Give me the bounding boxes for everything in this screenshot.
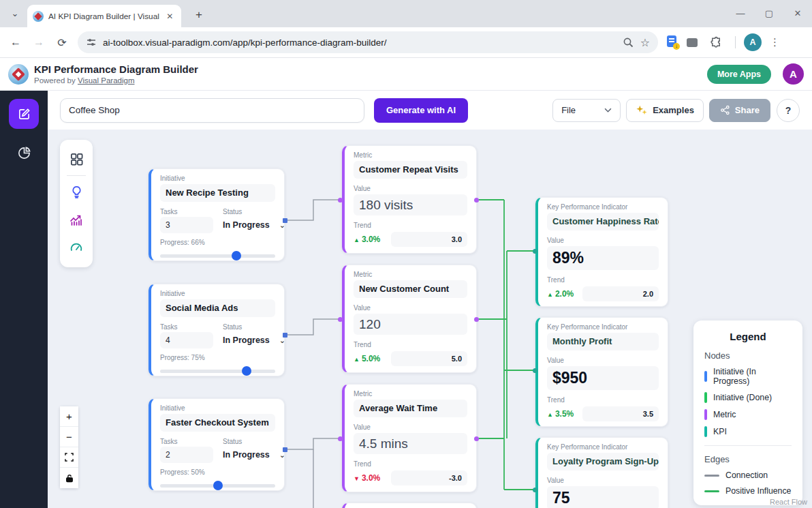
kpi-target-handle[interactable] — [533, 249, 537, 254]
kpi-value-field[interactable]: 89% — [547, 246, 659, 270]
browser-menu-icon[interactable]: ⋮ — [770, 36, 780, 48]
metric-name-field[interactable]: Average Wait Time — [354, 400, 467, 417]
close-button[interactable]: ✕ — [783, 0, 812, 27]
react-flow-attribution[interactable]: React Flow — [770, 498, 807, 506]
progress-slider[interactable] — [160, 366, 275, 376]
status-select[interactable]: In Progress ⌄ — [223, 217, 285, 233]
prompt-input[interactable] — [60, 98, 364, 123]
tasks-field[interactable]: 3 — [160, 217, 213, 233]
kpi-name-field[interactable]: Customer Happiness Rate — [547, 213, 659, 230]
diagram-canvas[interactable]: Initiative New Recipe Testing Tasks 3 St… — [48, 130, 812, 508]
share-icon — [720, 105, 730, 115]
share-button[interactable]: Share — [709, 99, 770, 122]
trend-value-field[interactable]: 3.5 — [582, 406, 659, 421]
trend-value-field[interactable]: -3.0 — [391, 470, 467, 485]
generate-with-ai-button[interactable]: Generate with AI — [374, 98, 468, 123]
extensions-puzzle-icon[interactable] — [710, 36, 723, 49]
kpi-target-handle[interactable] — [533, 368, 537, 373]
trend-down-icon: ▼ — [354, 475, 360, 482]
metric-source-handle[interactable] — [474, 436, 479, 441]
sidebar-item-editor[interactable] — [9, 99, 39, 129]
metric-value-field[interactable]: 4.5 mins — [354, 433, 467, 454]
metric-target-handle[interactable] — [338, 198, 343, 203]
kpi-node[interactable]: Key Performance Indicator Monthly Profit… — [535, 317, 668, 427]
bookmark-star-icon[interactable]: ☆ — [640, 36, 650, 49]
legend-item: Initiative (In Progress) — [704, 367, 792, 386]
metric-node[interactable]: Metric Average Wait Time Value 4.5 mins … — [342, 384, 477, 492]
address-bar[interactable]: ai-toolbox.visual-paradigm.com/app/kpi-p… — [78, 31, 658, 53]
metric-value-field[interactable]: 180 visits — [354, 194, 467, 215]
metric-target-handle[interactable] — [338, 436, 343, 441]
legend-title: Legend — [704, 331, 792, 342]
help-button[interactable]: ? — [777, 99, 800, 122]
trend-value-field[interactable]: 2.0 — [582, 286, 659, 301]
visual-paradigm-link[interactable]: Visual Paradigm — [78, 76, 135, 85]
reload-icon[interactable]: ⟳ — [50, 36, 74, 49]
slider-thumb[interactable] — [213, 481, 223, 490]
metric-name-field[interactable]: Customer Repeat Visits — [354, 161, 467, 179]
all-nodes-icon[interactable] — [69, 147, 84, 171]
kpi-node[interactable]: Key Performance Indicator Loyalty Progra… — [535, 437, 668, 508]
metric-node-partial[interactable] — [342, 503, 477, 508]
new-tab-button[interactable]: + — [191, 7, 207, 23]
minimize-button[interactable]: — — [726, 0, 755, 27]
metric-node[interactable]: Metric New Customer Count Value 120 Tren… — [342, 265, 477, 373]
kpi-node[interactable]: Key Performance Indicator Customer Happi… — [535, 197, 668, 307]
file-menu-button[interactable]: File — [552, 99, 621, 122]
kpi-name-field[interactable]: Monthly Profit — [547, 333, 659, 350]
initiative-source-handle[interactable] — [283, 218, 287, 223]
initiative-name-field[interactable]: New Recipe Testing — [160, 184, 275, 202]
sidebar-item-charts[interactable] — [16, 145, 32, 164]
user-avatar[interactable]: A — [783, 63, 804, 85]
browser-tab[interactable]: AI KPI Diagram Builder | Visuali ✕ — [27, 5, 181, 27]
kpi-name-field[interactable]: Loyalty Program Sign-Ups — [547, 453, 659, 470]
save-page-icon[interactable]: ↓ — [666, 35, 678, 49]
progress-slider[interactable] — [160, 251, 275, 260]
initiative-node[interactable]: Initiative Faster Checkout System Tasks … — [149, 398, 285, 491]
kpi-target-handle[interactable] — [533, 488, 537, 492]
tasks-field[interactable]: 4 — [160, 332, 213, 348]
initiative-node[interactable]: Initiative New Recipe Testing Tasks 3 St… — [149, 168, 285, 261]
metric-value-field[interactable]: 120 — [354, 314, 467, 335]
browser-profile-avatar[interactable]: A — [744, 33, 762, 51]
trend-value-field[interactable]: 3.0 — [391, 232, 467, 247]
maximize-button[interactable]: ▢ — [755, 0, 783, 27]
tab-close-icon[interactable]: ✕ — [164, 10, 176, 23]
slider-thumb[interactable] — [232, 251, 241, 260]
zoom-out-button[interactable]: − — [60, 427, 78, 447]
status-select[interactable]: In Progress ⌄ — [223, 447, 285, 463]
kpi-node-icon[interactable] — [69, 232, 84, 260]
lock-button[interactable] — [60, 468, 78, 488]
tab-search-chevron-icon[interactable]: ⌄ — [7, 6, 23, 23]
status-select[interactable]: In Progress ⌄ — [223, 332, 285, 348]
tasks-label: Tasks — [160, 208, 213, 215]
tasks-field[interactable]: 2 — [160, 447, 213, 463]
slider-thumb[interactable] — [242, 366, 251, 376]
initiative-node[interactable]: Initiative Social Media Ads Tasks 4 Stat… — [149, 284, 285, 376]
examples-button[interactable]: Examples — [626, 99, 704, 122]
url-text[interactable]: ai-toolbox.visual-paradigm.com/app/kpi-p… — [103, 38, 616, 48]
comment-extension-icon[interactable] — [687, 38, 698, 47]
zoom-in-button[interactable]: + — [60, 406, 78, 427]
initiative-source-handle[interactable] — [283, 333, 287, 338]
kpi-value-field[interactable]: 75 — [547, 486, 659, 508]
metric-name-field[interactable]: New Customer Count — [354, 280, 467, 298]
metric-node-icon[interactable] — [69, 204, 84, 232]
zoom-icon[interactable] — [623, 37, 634, 48]
initiative-name-field[interactable]: Faster Checkout System — [160, 414, 275, 432]
trend-value-field[interactable]: 5.0 — [391, 351, 467, 366]
metric-source-handle[interactable] — [474, 198, 479, 203]
initiative-name-field[interactable]: Social Media Ads — [160, 299, 275, 317]
metric-source-handle[interactable] — [474, 317, 479, 322]
progress-slider[interactable] — [160, 481, 275, 490]
fit-view-button[interactable] — [60, 447, 78, 468]
legend-item: Connection — [704, 470, 792, 480]
metric-target-handle[interactable] — [338, 317, 343, 322]
initiative-node-icon[interactable] — [69, 180, 84, 204]
back-icon[interactable]: ← — [4, 36, 27, 48]
site-info-icon[interactable] — [86, 37, 97, 48]
more-apps-button[interactable]: More Apps — [707, 65, 771, 84]
kpi-value-field[interactable]: $950 — [547, 366, 659, 390]
initiative-source-handle[interactable] — [283, 447, 287, 452]
metric-node[interactable]: Metric Customer Repeat Visits Value 180 … — [342, 145, 477, 254]
